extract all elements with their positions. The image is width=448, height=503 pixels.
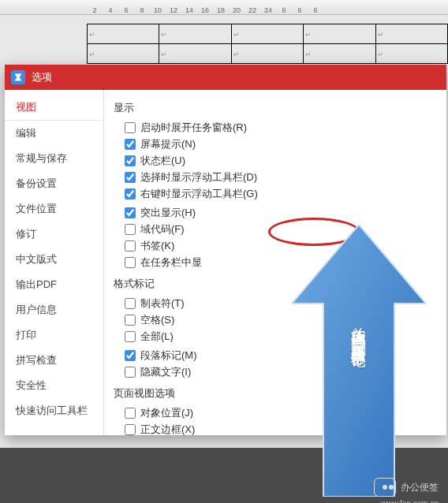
option-marks-l-1[interactable]: 空格(S) bbox=[125, 313, 281, 327]
checkbox[interactable] bbox=[125, 350, 136, 361]
checkbox-label: 突出显示(H) bbox=[140, 206, 196, 220]
sidebar-item-7[interactable]: 输出PDF bbox=[5, 272, 103, 297]
option-display-l-2[interactable]: 状态栏(U) bbox=[125, 154, 281, 168]
option-display-r-2[interactable]: 书签(K) bbox=[125, 239, 281, 253]
sidebar-item-3[interactable]: 备份设置 bbox=[5, 171, 103, 196]
wechat-brand: 办公便签 bbox=[401, 481, 439, 494]
option-marks-r-1[interactable]: 隐藏文字(I) bbox=[125, 365, 281, 379]
checkbox-label: 正文边框(X) bbox=[140, 423, 195, 435]
option-display-l-4[interactable]: 右键时显示浮动工具栏(G) bbox=[125, 187, 281, 201]
sidebar-item-10[interactable]: 拼写检查 bbox=[5, 348, 103, 373]
checkbox[interactable] bbox=[125, 424, 136, 435]
group-display: 显示启动时展开任务窗格(R)屏幕提示(N)状态栏(U)选择时显示浮动工具栏(D)… bbox=[115, 101, 439, 272]
checkbox-label: 右键时显示浮动工具栏(G) bbox=[140, 187, 258, 201]
checkbox[interactable] bbox=[125, 408, 136, 419]
checkbox-label: 隐藏文字(I) bbox=[140, 365, 191, 379]
sidebar-item-11[interactable]: 安全性 bbox=[5, 373, 103, 398]
checkbox[interactable] bbox=[125, 315, 136, 326]
option-display-r-0[interactable]: 突出显示(H) bbox=[125, 206, 281, 220]
checkbox-label: 域代码(F) bbox=[140, 222, 185, 237]
checkbox-label: 在任务栏中显 bbox=[140, 255, 202, 270]
checkbox-label: 对象位置(J) bbox=[140, 406, 193, 420]
checkbox[interactable] bbox=[125, 224, 136, 235]
options-dialog: 选项 视图编辑常规与保存备份设置文件位置修订中文版式输出PDF用户信息打印拼写检… bbox=[5, 65, 446, 435]
options-sidebar: 视图编辑常规与保存备份设置文件位置修订中文版式输出PDF用户信息打印拼写检查安全… bbox=[5, 90, 104, 435]
checkbox-label: 空格(S) bbox=[140, 313, 174, 327]
checkbox[interactable] bbox=[125, 240, 136, 251]
checkbox[interactable] bbox=[125, 122, 136, 133]
checkbox[interactable] bbox=[125, 172, 136, 183]
sidebar-item-6[interactable]: 中文版式 bbox=[5, 247, 103, 272]
dialog-title: 选项 bbox=[32, 70, 52, 84]
option-display-r-1[interactable]: 域代码(F) bbox=[125, 222, 281, 237]
option-display-l-1[interactable]: 屏幕提示(N) bbox=[125, 137, 281, 151]
checkbox[interactable] bbox=[125, 207, 136, 218]
app-icon bbox=[11, 70, 25, 84]
option-display-l-3[interactable]: 选择时显示浮动工具栏(D) bbox=[125, 170, 281, 184]
sidebar-item-2[interactable]: 常规与保存 bbox=[5, 146, 103, 171]
sidebar-item-1[interactable]: 编辑 bbox=[5, 121, 103, 146]
option-pageview-l-0[interactable]: 对象位置(J) bbox=[125, 406, 281, 420]
group-pageview: 页面视图选项对象位置(J)正文边框(X) bbox=[115, 386, 439, 435]
group-title: 显示 bbox=[114, 101, 439, 115]
dialog-titlebar: 选项 bbox=[5, 65, 446, 90]
group-marks: 格式标记制表符(T)空格(S)全部(L)段落标记(M)隐藏文字(I) bbox=[115, 277, 439, 382]
sidebar-item-4[interactable]: 文件位置 bbox=[5, 196, 103, 222]
checkbox[interactable] bbox=[125, 139, 136, 150]
option-marks-l-0[interactable]: 制表符(T) bbox=[125, 296, 281, 311]
wechat-icon bbox=[374, 478, 396, 497]
group-title: 页面视图选项 bbox=[114, 386, 439, 401]
option-marks-r-0[interactable]: 段落标记(M) bbox=[125, 348, 281, 363]
sidebar-item-0[interactable]: 视图 bbox=[5, 95, 103, 121]
checkbox-label: 全部(L) bbox=[140, 330, 174, 344]
checkbox[interactable] bbox=[125, 331, 136, 342]
sidebar-item-8[interactable]: 用户信息 bbox=[5, 297, 103, 322]
sidebar-item-12[interactable]: 快速访问工具栏 bbox=[5, 398, 103, 423]
checkbox[interactable] bbox=[125, 155, 136, 166]
checkbox-label: 选择时显示浮动工具栏(D) bbox=[140, 170, 257, 184]
checkbox-label: 启动时展开任务窗格(R) bbox=[140, 121, 247, 135]
checkbox[interactable] bbox=[125, 298, 136, 309]
wechat-badge: 办公便签 bbox=[374, 478, 439, 497]
group-title: 格式标记 bbox=[114, 277, 439, 291]
document-table-fragment bbox=[87, 24, 448, 64]
checkbox-label: 制表符(T) bbox=[140, 296, 185, 311]
options-content: 显示启动时展开任务窗格(R)屏幕提示(N)状态栏(U)选择时显示浮动工具栏(D)… bbox=[104, 90, 446, 435]
checkbox-label: 屏幕提示(N) bbox=[140, 137, 196, 151]
option-display-r-3[interactable]: 在任务栏中显 bbox=[125, 255, 281, 270]
checkbox[interactable] bbox=[125, 257, 136, 268]
checkbox-label: 状态栏(U) bbox=[140, 154, 185, 168]
sidebar-item-5[interactable]: 修订 bbox=[5, 222, 103, 247]
option-display-l-0[interactable]: 启动时展开任务窗格(R) bbox=[125, 121, 281, 135]
option-marks-l-2[interactable]: 全部(L) bbox=[125, 330, 281, 344]
option-pageview-l-1[interactable]: 正文边框(X) bbox=[125, 423, 281, 435]
checkbox-label: 段落标记(M) bbox=[140, 348, 197, 363]
footer-domain: www.fan.com.cn bbox=[381, 499, 439, 503]
sidebar-item-9[interactable]: 打印 bbox=[5, 322, 103, 348]
checkbox-label: 书签(K) bbox=[140, 239, 174, 253]
checkbox[interactable] bbox=[125, 188, 136, 199]
checkbox[interactable] bbox=[125, 367, 136, 378]
ruler: 24681012141618202224666 bbox=[0, 0, 448, 15]
